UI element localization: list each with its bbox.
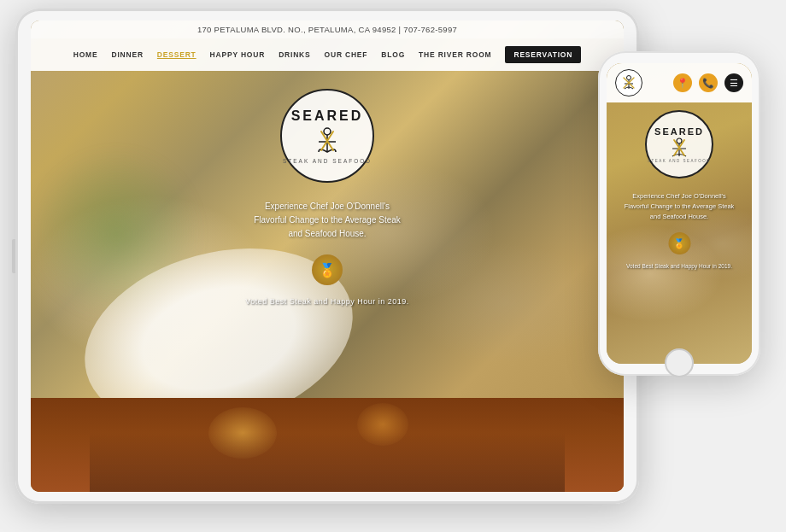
tagline-line1: Experience Chef Joe O'Donnell's: [208, 200, 447, 213]
phone-location-icon[interactable]: 📍: [673, 73, 692, 92]
nav-our-chef[interactable]: OUR CHEF: [325, 50, 368, 59]
phone-award-icon: 🏅: [673, 238, 685, 249]
nav-dessert[interactable]: DESSERT: [157, 50, 196, 59]
phone-home-button[interactable]: [665, 348, 694, 377]
nav-bar: HOME DINNER DESSERT HAPPY HOUR DRINKS OU…: [31, 38, 624, 71]
tablet-center-content: Experience Chef Joe O'Donnell's Flavorfu…: [208, 200, 447, 306]
nav-reservation[interactable]: RESERVATION: [505, 46, 581, 63]
phone-tagline: Experience Chef Joe O'Donnell's Flavorfu…: [613, 191, 746, 222]
tablet-power-button[interactable]: [12, 239, 15, 273]
nav-happy-hour[interactable]: HAPPY HOUR: [210, 50, 266, 59]
phone-center-content: Experience Chef Joe O'Donnell's Flavorfu…: [613, 191, 746, 269]
tablet-screen: 170 PETALUMA BLVD. NO., PETALUMA, CA 949…: [31, 20, 624, 492]
tablet-logo-circle: SEARED: [280, 89, 374, 183]
tablet-logo-subtitle: STEAK AND SEAFOOD: [283, 158, 372, 164]
utensils-icon: [314, 128, 340, 154]
tablet-voted-text: Voted Best Steak and Happy Hour in 2019.: [208, 297, 447, 306]
tablet-tagline: Experience Chef Joe O'Donnell's Flavorfu…: [208, 200, 447, 241]
phone-device: 📍 📞 ☰ SEARED: [598, 51, 760, 376]
nav-blog[interactable]: BLOG: [381, 50, 405, 59]
address-text: 170 PETALUMA BLVD. NO., PETALUMA, CA 949…: [197, 25, 457, 34]
phone-utensils-icon: [669, 137, 689, 158]
phone-menu-icon[interactable]: ☰: [724, 73, 743, 92]
nav-dinner[interactable]: DINNER: [111, 50, 143, 59]
phone-logo-subtitle: STEAK AND SEAFOOD: [648, 159, 711, 163]
nav-home[interactable]: HOME: [73, 50, 98, 59]
phone-logo-icon: [620, 75, 637, 91]
phone-tagline-line3: and Seafood House.: [613, 212, 746, 222]
address-bar: 170 PETALUMA BLVD. NO., PETALUMA, CA 949…: [31, 20, 624, 38]
phone-logo-small: [615, 69, 642, 96]
tagline-line2: Flavorful Change to the Average Steak: [208, 213, 447, 227]
tablet-header: 170 PETALUMA BLVD. NO., PETALUMA, CA 949…: [31, 20, 624, 71]
tablet-logo-area: SEARED: [259, 89, 396, 183]
svg-point-5: [627, 76, 631, 80]
tagline-line3: and Seafood House.: [208, 227, 447, 241]
phone-action-icons: 📍 📞 ☰: [673, 73, 743, 92]
phone-screen: 📍 📞 ☰ SEARED: [607, 63, 752, 364]
phone-call-icon[interactable]: 📞: [699, 73, 718, 92]
phone-tagline-line2: Flavorful Change to the Average Steak: [613, 202, 746, 212]
phone-logo-title: SEARED: [654, 126, 704, 137]
tablet-bottom-section: [31, 398, 624, 492]
tablet-logo-title: SEARED: [291, 108, 364, 124]
nav-river-room[interactable]: THE RIVER ROOM: [419, 50, 491, 59]
phone-header: 📍 📞 ☰: [607, 63, 752, 102]
tablet-device: 170 PETALUMA BLVD. NO., PETALUMA, CA 949…: [15, 9, 639, 504]
phone-voted-text: Voted Best Steak and Happy Hour in 2019.: [613, 263, 746, 269]
phone-award-badge: 🏅: [668, 232, 690, 254]
phone-logo-area: SEARED: [645, 110, 713, 178]
nav-drinks[interactable]: DRINKS: [279, 50, 310, 59]
tablet-award-badge: 🏅: [312, 254, 343, 285]
phone-tagline-line1: Experience Chef Joe O'Donnell's: [613, 191, 746, 202]
phone-logo-circle: SEARED: [645, 110, 713, 178]
award-icon: 🏅: [319, 262, 336, 278]
scene: 170 PETALUMA BLVD. NO., PETALUMA, CA 949…: [0, 0, 786, 532]
